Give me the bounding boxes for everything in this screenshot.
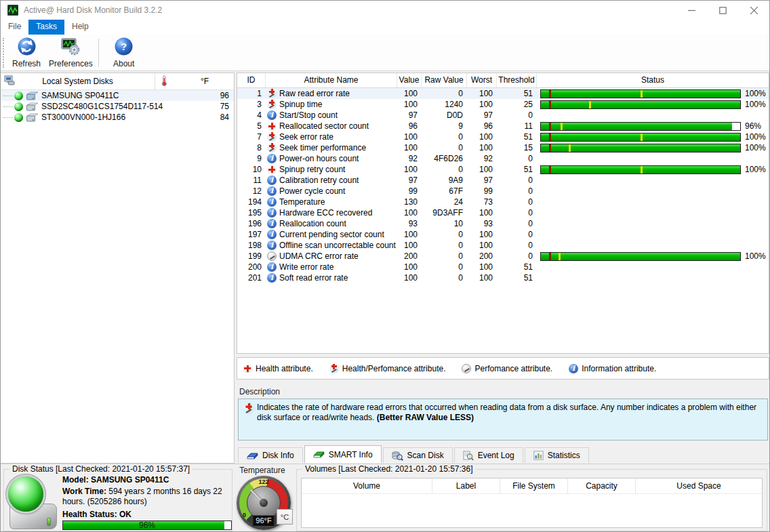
smart-attribute-row[interactable]: 11Calibration retry count979A9970 xyxy=(237,175,769,186)
toolbar-button-about[interactable]: ?About xyxy=(104,37,144,69)
attribute-name-cell: Offline scan uncorrectable count xyxy=(266,240,397,251)
attribute-value: 100 xyxy=(397,164,422,175)
tree-line xyxy=(3,117,13,118)
column-header-raw-value[interactable]: Raw Value xyxy=(422,73,467,87)
menubar: FileTasksHelp xyxy=(1,20,769,35)
gauge-needle-detail xyxy=(269,137,275,141)
attribute-worst: 100 xyxy=(467,99,497,110)
attribute-id: 194 xyxy=(237,197,266,207)
stats-icon xyxy=(533,451,544,460)
column-header-id[interactable]: ID xyxy=(237,73,266,87)
attribute-id: 4 xyxy=(237,110,266,121)
smart-attribute-row[interactable]: 197Current pending sector count10001000 xyxy=(237,229,769,240)
attribute-raw-value: 9 xyxy=(422,121,467,131)
attribute-id: 197 xyxy=(237,229,266,240)
disk-list-item[interactable]: SSD2SC480G1CS1754D117-51475 xyxy=(1,101,234,112)
smart-attribute-row[interactable]: 195Hardware ECC recovered1009D3AFF1000 xyxy=(237,207,769,218)
volumes-column-header-volume[interactable]: Volume xyxy=(302,478,432,493)
smart-attribute-row[interactable]: 5Reallocated sector count969961196% xyxy=(237,121,769,131)
attribute-raw-value: D0D xyxy=(422,110,467,121)
information-attribute-icon xyxy=(267,219,277,228)
toolbar-button-preferences[interactable]: Preferences xyxy=(49,37,93,69)
tab-label: Statistics xyxy=(548,451,580,460)
disk-health-icon xyxy=(8,476,60,529)
attribute-worst: 100 xyxy=(467,272,497,283)
attribute-name-cell: Seek timer performance xyxy=(266,142,397,153)
gauge-hub xyxy=(260,499,268,507)
attribute-raw-value: 0 xyxy=(422,131,467,142)
smart-attribute-row[interactable]: 9Power-on hours count924F6D26920 xyxy=(237,153,769,164)
attribute-name-cell: Current pending sector count xyxy=(266,229,397,240)
health-attribute-icon xyxy=(267,121,277,131)
volumes-column-header-used-space[interactable]: Used Space xyxy=(636,478,762,493)
smart-attribute-row[interactable]: 4Start/Stop count97D0D970 xyxy=(237,110,769,121)
temperature-value: 96°F xyxy=(252,515,275,527)
local-disks-panel: Local System Disks °F SAMSUNG SP0411C96S… xyxy=(1,73,235,464)
attribute-worst: 99 xyxy=(467,186,497,197)
menu-item-tasks[interactable]: Tasks xyxy=(28,20,64,35)
tab-label: SMART Info xyxy=(329,450,373,459)
celsius-toggle-button[interactable]: °C xyxy=(277,509,293,525)
smart-attribute-row[interactable]: 196Reallocation count9310930 xyxy=(237,218,769,229)
tab-smart-info[interactable]: SMART Info xyxy=(304,445,382,463)
attribute-status-cell: 100% xyxy=(537,251,769,262)
tab-scan-disk[interactable]: Scan Disk xyxy=(383,447,453,463)
disks-name-column-header[interactable]: Local System Disks xyxy=(1,73,155,89)
smart-attribute-row[interactable]: 1Raw read error rate100010051100% xyxy=(237,88,769,99)
maximize-button[interactable] xyxy=(707,1,738,20)
gauge-tick-min: 0 xyxy=(243,512,246,518)
attribute-raw-value: 0 xyxy=(422,272,467,283)
disk-temperature: 75 xyxy=(220,102,229,111)
attribute-threshold: 0 xyxy=(497,207,537,218)
close-button[interactable] xyxy=(738,1,769,20)
smart-attribute-row[interactable]: 8Seek timer performance100010015100% xyxy=(237,142,769,153)
attribute-name-cell: Soft read error rate xyxy=(266,272,397,283)
column-header-value[interactable]: Value xyxy=(397,73,422,87)
tab-disk-info[interactable]: Disk Info xyxy=(238,447,303,463)
column-header-worst[interactable]: Worst xyxy=(467,73,497,87)
gauge-needle-detail xyxy=(269,104,275,108)
disk-temperature: 96 xyxy=(220,91,229,100)
attribute-id: 12 xyxy=(237,186,266,197)
tab-statistics[interactable]: Statistics xyxy=(525,447,589,463)
toolbar-button-refresh[interactable]: Refresh xyxy=(7,37,46,69)
worst-marker xyxy=(641,90,643,98)
attribute-worst: 92 xyxy=(467,153,497,164)
gauge-needle-detail xyxy=(269,148,275,152)
column-header-status[interactable]: Status xyxy=(537,73,769,87)
volumes-column-header-file-system[interactable]: File System xyxy=(500,478,568,493)
attribute-name-cell: Raw read error rate xyxy=(266,88,397,99)
smart-attribute-row[interactable]: 200Write error rate100010051 xyxy=(237,262,769,272)
attribute-id: 5 xyxy=(237,121,266,131)
disk-list-item[interactable]: SAMSUNG SP0411C96 xyxy=(1,90,234,101)
worst-marker xyxy=(641,166,643,173)
smart-attribute-row[interactable]: 7Seek error rate100010051100% xyxy=(237,131,769,142)
smart-attribute-row[interactable]: 10Spinup retry count100010051100% xyxy=(237,164,769,175)
status-bar xyxy=(540,252,741,261)
status-bar xyxy=(540,144,741,152)
column-header-attribute-name[interactable]: Attribute Name xyxy=(266,73,397,87)
attribute-threshold: 0 xyxy=(497,110,537,121)
smart-attribute-row[interactable]: 198Offline scan uncorrectable count10001… xyxy=(237,240,769,251)
tab-event-log[interactable]: Event Log xyxy=(454,447,523,463)
smart-attribute-row[interactable]: 199UDMA CRC error rate20002000100% xyxy=(237,251,769,262)
smart-attribute-row[interactable]: 12Power cycle count9967F990 xyxy=(237,186,769,197)
smart-attribute-row[interactable]: 194Temperature13024730 xyxy=(237,197,769,207)
menu-item-help[interactable]: Help xyxy=(64,20,96,35)
attribute-raw-value: 0 xyxy=(422,240,467,251)
attribute-value: 130 xyxy=(397,197,422,207)
minimize-button[interactable] xyxy=(676,1,707,20)
column-header-threshold[interactable]: Threshold xyxy=(497,73,537,87)
volumes-column-header-label[interactable]: Label xyxy=(432,478,500,493)
attribute-worst: 100 xyxy=(467,131,497,142)
smart-attribute-row[interactable]: 3Spinup time100124010025100% xyxy=(237,99,769,110)
disks-temp-column-header[interactable]: °F xyxy=(155,73,234,89)
worst-marker xyxy=(559,253,561,260)
disk-list-item[interactable]: ST3000VN000-1HJ16684 xyxy=(1,112,234,123)
attribute-name-cell: Calibration retry count xyxy=(266,175,397,186)
smart-attribute-row[interactable]: 201Soft read error rate100010051 xyxy=(237,272,769,283)
eventlog-icon xyxy=(463,451,474,461)
toolbar-grip[interactable] xyxy=(3,38,5,68)
volumes-column-header-capacity[interactable]: Capacity xyxy=(568,478,636,493)
menu-item-file[interactable]: File xyxy=(1,20,28,35)
